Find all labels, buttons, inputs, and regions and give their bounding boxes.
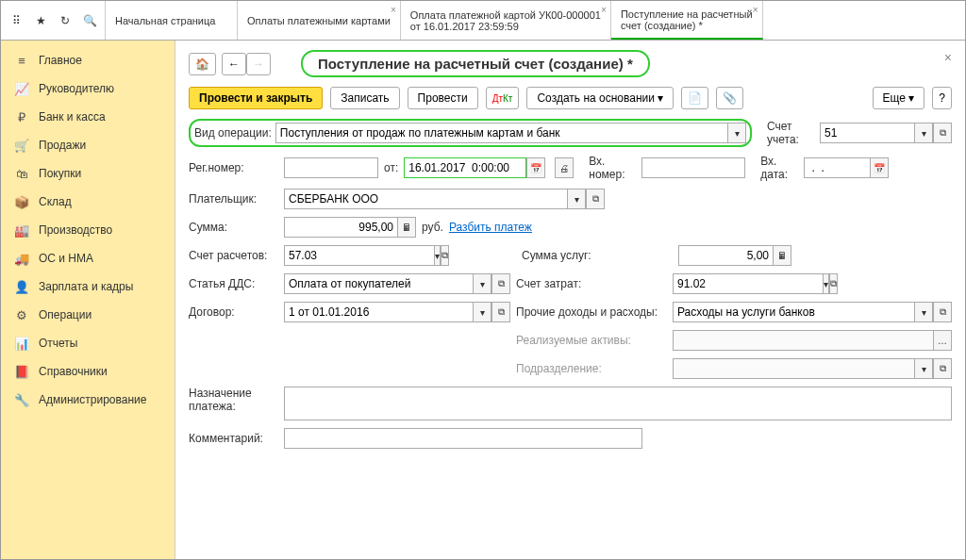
- innum-input[interactable]: [641, 157, 745, 178]
- menu-icon: ≡: [14, 53, 29, 68]
- sidebar-item-stock[interactable]: 📦Склад: [1, 188, 175, 216]
- close-icon[interactable]: ×: [391, 5, 396, 15]
- open-icon[interactable]: ⧉: [491, 273, 510, 294]
- save-button[interactable]: Записать: [330, 87, 399, 109]
- reg-input[interactable]: [284, 157, 378, 178]
- date-input[interactable]: [404, 157, 526, 178]
- payer-input[interactable]: [284, 189, 567, 209]
- chevron-down-icon[interactable]: ▾: [823, 273, 829, 294]
- sidebar-item-bank[interactable]: ₽Банк и касса: [1, 103, 175, 131]
- open-icon[interactable]: ⧉: [933, 302, 952, 322]
- main: × 🏠 ← → Поступление на расчетный счет (с…: [175, 41, 965, 559]
- settle-label: Счет расчетов:: [189, 249, 278, 262]
- chevron-down-icon[interactable]: ▾: [914, 358, 933, 379]
- search-icon[interactable]: 🔍: [82, 13, 97, 28]
- contract-input[interactable]: [284, 302, 473, 322]
- post-close-button[interactable]: Провести и закрыть: [189, 87, 323, 109]
- costacc-label: Счет затрат:: [516, 277, 667, 290]
- open-icon[interactable]: ⧉: [933, 358, 952, 379]
- comment-input[interactable]: [284, 428, 642, 449]
- indate-label: Вх. дата:: [760, 155, 798, 181]
- sidebar-item-sales[interactable]: 🛒Продажи: [1, 131, 175, 159]
- sidebar-item-admin[interactable]: 🔧Администрирование: [1, 386, 175, 414]
- history-icon[interactable]: ↻: [58, 13, 73, 28]
- close-icon[interactable]: ×: [753, 5, 758, 15]
- sidebar-item-purchases[interactable]: 🛍Покупки: [1, 159, 175, 188]
- indate-input[interactable]: [804, 157, 870, 178]
- truck-icon: 🚚: [14, 251, 29, 266]
- attach-button[interactable]: 📎: [716, 87, 743, 109]
- sidebar-item-manager[interactable]: 📈Руководителю: [1, 74, 175, 103]
- create-on-button[interactable]: Создать на основании ▾: [526, 87, 674, 109]
- star-icon[interactable]: ★: [33, 13, 48, 28]
- close-icon[interactable]: ×: [601, 5, 607, 15]
- ellipsis-icon[interactable]: …: [933, 330, 952, 351]
- comment-label: Комментарий:: [189, 432, 278, 445]
- open-icon[interactable]: ⧉: [586, 189, 605, 209]
- home-button[interactable]: 🏠: [189, 53, 216, 75]
- split-payment-link[interactable]: Разбить платеж: [449, 221, 532, 234]
- chevron-down-icon[interactable]: ▾: [914, 123, 933, 143]
- report-icon: 📊: [14, 336, 29, 351]
- svc-sum-input[interactable]: [678, 245, 773, 266]
- back-button[interactable]: ←: [222, 53, 246, 75]
- sidebar-item-assets[interactable]: 🚚ОС и НМА: [1, 244, 175, 272]
- open-icon[interactable]: ⧉: [441, 245, 449, 266]
- more-button[interactable]: Еще ▾: [873, 87, 925, 109]
- tab-payments[interactable]: Оплаты платежными картами×: [238, 1, 401, 40]
- chevron-down-icon[interactable]: ▾: [914, 302, 933, 322]
- topbar-icons: ⠿ ★ ↻ 🔍: [1, 1, 106, 40]
- dept-input[interactable]: [673, 358, 914, 379]
- svc-sum-label: Сумма услуг:: [522, 249, 673, 262]
- chevron-down-icon[interactable]: ▾: [727, 123, 746, 143]
- bag-icon: 🛍: [14, 166, 29, 181]
- contract-label: Договор:: [189, 305, 278, 319]
- account-input[interactable]: [820, 123, 914, 143]
- open-icon[interactable]: ⧉: [829, 273, 838, 294]
- sidebar-item-main[interactable]: ≡Главное: [1, 46, 175, 74]
- sidebar-item-operations[interactable]: ⚙Операции: [1, 301, 175, 329]
- post-button[interactable]: Провести: [408, 87, 478, 109]
- dtkt-button[interactable]: ДтКт: [486, 87, 520, 109]
- dds-input[interactable]: [284, 273, 473, 294]
- tab-payment-doc[interactable]: Оплата платежной картой УК00-000001от 16…: [401, 1, 611, 40]
- sidebar-item-reports[interactable]: 📊Отчеты: [1, 329, 175, 357]
- person-icon: 👤: [14, 279, 29, 294]
- dds-label: Статья ДДС:: [189, 277, 278, 290]
- sidebar-item-ref[interactable]: 📕Справочники: [1, 357, 175, 386]
- help-button[interactable]: ?: [932, 87, 952, 109]
- ruble-icon: ₽: [14, 109, 29, 124]
- tab-receipt-create[interactable]: Поступление на расчетныйсчет (создание) …: [611, 1, 763, 40]
- calc-icon[interactable]: 🖩: [773, 245, 791, 266]
- otherie-input[interactable]: [673, 302, 914, 322]
- apps-icon[interactable]: ⠿: [8, 13, 24, 28]
- tabs: Начальная страница Оплаты платежными кар…: [106, 1, 965, 40]
- chevron-down-icon[interactable]: ▾: [473, 302, 491, 322]
- wrench-icon: 🔧: [14, 392, 29, 407]
- chevron-down-icon[interactable]: ▾: [473, 273, 491, 294]
- open-icon[interactable]: ⧉: [933, 123, 952, 143]
- print-icon[interactable]: 🖨: [555, 157, 574, 178]
- chevron-down-icon[interactable]: ▾: [567, 189, 586, 209]
- costacc-input[interactable]: [673, 273, 823, 294]
- doc-icon-button[interactable]: 📄: [681, 87, 708, 109]
- settle-input[interactable]: [284, 245, 434, 266]
- sidebar-item-production[interactable]: 🏭Производство: [1, 216, 175, 244]
- sum-input[interactable]: [284, 217, 397, 238]
- forward-button[interactable]: →: [246, 53, 271, 75]
- calc-icon[interactable]: 🖩: [397, 217, 416, 238]
- purpose-label: Назначение платежа:: [189, 387, 278, 413]
- factory-icon: 🏭: [14, 222, 29, 238]
- open-icon[interactable]: ⧉: [491, 302, 510, 322]
- tab-home[interactable]: Начальная страница: [106, 1, 238, 40]
- calendar-icon[interactable]: 📅: [870, 157, 889, 178]
- purpose-input[interactable]: [284, 387, 952, 420]
- op-type-input[interactable]: [275, 123, 727, 143]
- close-icon[interactable]: ×: [944, 50, 952, 65]
- chevron-down-icon[interactable]: ▾: [434, 245, 441, 266]
- sidebar-item-hr[interactable]: 👤Зарплата и кадры: [1, 272, 175, 301]
- assets-input[interactable]: [673, 330, 933, 351]
- cart-icon: 🛒: [14, 138, 29, 153]
- sidebar: ≡Главное 📈Руководителю ₽Банк и касса 🛒Пр…: [1, 41, 175, 559]
- calendar-icon[interactable]: 📅: [526, 157, 545, 178]
